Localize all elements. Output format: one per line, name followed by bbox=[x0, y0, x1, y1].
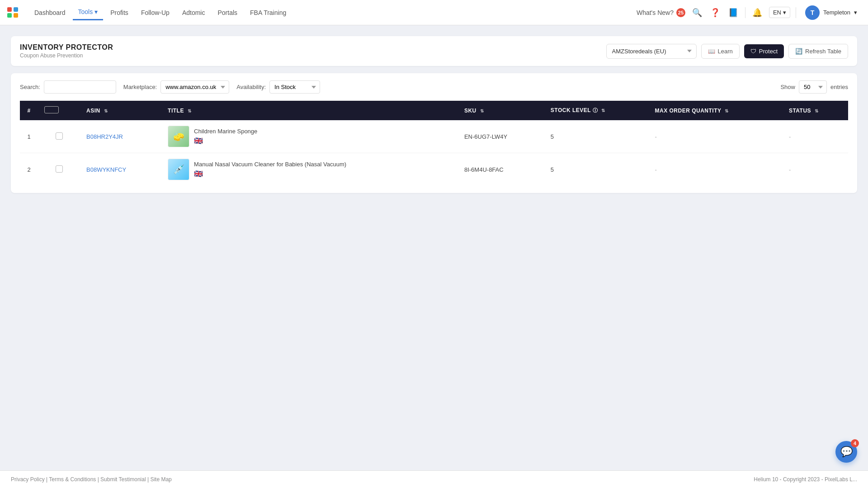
nav-follow-up[interactable]: Follow-Up bbox=[136, 5, 175, 20]
row-status: - bbox=[783, 153, 848, 186]
page-title-group: INVENTORY PROTECTOR Coupon Abuse Prevent… bbox=[20, 43, 113, 59]
sort-asin-icon: ⇅ bbox=[104, 108, 108, 113]
availability-label: Availability: bbox=[236, 84, 266, 90]
row-sku: EN-6UG7-LW4Y bbox=[458, 120, 544, 153]
search-icon[interactable]: 🔍 bbox=[691, 6, 703, 19]
row-asin[interactable]: B08WYKNFCY bbox=[80, 153, 161, 186]
page-subtitle: Coupon Abuse Prevention bbox=[20, 52, 113, 59]
col-status[interactable]: STATUS ⇅ bbox=[783, 101, 848, 120]
product-image: 🧽 bbox=[168, 126, 189, 147]
inventory-table: # ASIN ⇅ TITLE ⇅ SKU ⇅ STOCK LEVEL ⓘ bbox=[20, 101, 848, 186]
select-all-checkbox[interactable] bbox=[44, 106, 59, 113]
refresh-icon: 🔄 bbox=[795, 48, 802, 55]
row-title: 💉 Manual Nasal Vacuum Cleaner for Babies… bbox=[161, 153, 458, 186]
search-label: Search: bbox=[20, 84, 40, 90]
store-selector[interactable]: AMZStoredeals (EU)AMZStoredeals (US)AMZS… bbox=[606, 44, 697, 59]
row-checkbox[interactable] bbox=[56, 165, 63, 173]
bell-icon[interactable]: 🔔 bbox=[751, 6, 764, 19]
table-header-row: # ASIN ⇅ TITLE ⇅ SKU ⇅ STOCK LEVEL ⓘ bbox=[20, 101, 848, 120]
table-section: Search: Marketplace: www.amazon.co.ukwww… bbox=[11, 73, 857, 193]
row-max-order-quantity: - bbox=[649, 153, 783, 186]
row-sku: 8I-6M4U-8FAC bbox=[458, 153, 544, 186]
col-num: # bbox=[20, 101, 38, 120]
nav-dashboard[interactable]: Dashboard bbox=[29, 5, 71, 20]
table-controls-right: Show 102550100 entries bbox=[780, 80, 848, 94]
col-checkbox bbox=[38, 101, 80, 120]
nav-portals[interactable]: Portals bbox=[212, 5, 243, 20]
table-controls: Search: Marketplace: www.amazon.co.ukwww… bbox=[20, 80, 848, 94]
whats-new-badge: 25 bbox=[676, 8, 685, 17]
marketplace-filter: Marketplace: www.amazon.co.ukwww.amazon.… bbox=[123, 80, 229, 94]
product-title: Manual Nasal Vacuum Cleaner for Babies (… bbox=[194, 161, 346, 168]
nav-right: What's New? 25 🔍 ❓ 📘 🔔 EN ▾ T Templeton … bbox=[637, 4, 861, 22]
nav-adtomic[interactable]: Adtomic bbox=[177, 5, 211, 20]
sort-title-icon: ⇅ bbox=[188, 108, 192, 113]
help-icon[interactable]: ❓ bbox=[709, 6, 722, 19]
sort-stock-icon: ⇅ bbox=[601, 108, 605, 113]
nav-divider bbox=[745, 7, 745, 18]
refresh-table-button[interactable]: 🔄 Refresh Table bbox=[788, 44, 848, 59]
col-max-order-quantity[interactable]: MAX ORDER QUANTITY ⇅ bbox=[649, 101, 783, 120]
row-number: 2 bbox=[20, 153, 38, 186]
availability-filter: Availability: In StockOut of StockAll bbox=[236, 80, 320, 94]
row-asin[interactable]: B08HR2Y4JR bbox=[80, 120, 161, 153]
page-actions: AMZStoredeals (EU)AMZStoredeals (US)AMZS… bbox=[606, 44, 848, 59]
chevron-down-icon: ▾ bbox=[94, 8, 98, 15]
row-checkbox[interactable] bbox=[56, 132, 63, 140]
sort-sku-icon: ⇅ bbox=[480, 108, 484, 113]
user-menu[interactable]: T Templeton ▾ bbox=[802, 4, 861, 22]
row-max-order-quantity: - bbox=[649, 120, 783, 153]
search-group: Search: bbox=[20, 80, 116, 94]
entries-label: entries bbox=[830, 84, 848, 90]
marketplace-label: Marketplace: bbox=[123, 84, 157, 90]
language-selector[interactable]: EN ▾ bbox=[769, 7, 790, 18]
nav-items: Dashboard Tools ▾ Profits Follow-Up Adto… bbox=[29, 5, 637, 20]
table-row: 2 B08WYKNFCY 💉 Manual Nasal Vacuum Clean… bbox=[20, 153, 848, 186]
country-flag: 🇬🇧 bbox=[194, 136, 257, 145]
col-stock-level[interactable]: STOCK LEVEL ⓘ ⇅ bbox=[544, 101, 649, 120]
availability-select[interactable]: In StockOut of StockAll bbox=[269, 80, 320, 94]
row-status: - bbox=[783, 120, 848, 153]
country-flag: 🇬🇧 bbox=[194, 169, 346, 178]
row-checkbox-cell bbox=[38, 153, 80, 186]
page-header: INVENTORY PROTECTOR Coupon Abuse Prevent… bbox=[11, 36, 857, 66]
row-title: 🧽 Children Marine Sponge 🇬🇧 bbox=[161, 120, 458, 153]
chevron-down-icon: ▾ bbox=[783, 9, 786, 16]
nav-tools[interactable]: Tools ▾ bbox=[73, 5, 104, 20]
shield-icon: 🛡 bbox=[750, 48, 756, 55]
chevron-down-icon: ▾ bbox=[854, 9, 857, 16]
info-icon: ⓘ bbox=[593, 108, 598, 113]
show-entries-select[interactable]: 102550100 bbox=[799, 80, 827, 94]
top-navigation: Dashboard Tools ▾ Profits Follow-Up Adto… bbox=[0, 0, 868, 25]
row-checkbox-cell bbox=[38, 120, 80, 153]
book-icon: 📖 bbox=[708, 48, 715, 55]
table-controls-left: Search: Marketplace: www.amazon.co.ukwww… bbox=[20, 80, 320, 94]
facebook-icon[interactable]: 📘 bbox=[727, 6, 740, 19]
learn-button[interactable]: 📖 Learn bbox=[701, 44, 740, 59]
product-info: Children Marine Sponge 🇬🇧 bbox=[194, 128, 257, 145]
protect-button[interactable]: 🛡 Protect bbox=[744, 44, 784, 58]
row-number: 1 bbox=[20, 120, 38, 153]
table-row: 1 B08HR2Y4JR 🧽 Children Marine Sponge 🇬🇧 bbox=[20, 120, 848, 153]
col-title[interactable]: TITLE ⇅ bbox=[161, 101, 458, 120]
whats-new-button[interactable]: What's New? 25 bbox=[637, 8, 685, 17]
show-label: Show bbox=[780, 84, 795, 90]
row-stock-level: 5 bbox=[544, 153, 649, 186]
nav-profits[interactable]: Profits bbox=[105, 5, 134, 20]
col-sku[interactable]: SKU ⇅ bbox=[458, 101, 544, 120]
nav-divider-2 bbox=[796, 7, 796, 18]
product-info: Manual Nasal Vacuum Cleaner for Babies (… bbox=[194, 161, 346, 178]
row-stock-level: 5 bbox=[544, 120, 649, 153]
user-avatar: T bbox=[805, 5, 820, 20]
main-content: INVENTORY PROTECTOR Coupon Abuse Prevent… bbox=[0, 25, 868, 204]
product-image: 💉 bbox=[168, 159, 189, 180]
app-logo[interactable] bbox=[7, 7, 18, 18]
marketplace-select[interactable]: www.amazon.co.ukwww.amazon.comwww.amazon… bbox=[160, 80, 229, 94]
search-input[interactable] bbox=[44, 80, 116, 94]
page-title: INVENTORY PROTECTOR bbox=[20, 43, 113, 52]
product-title: Children Marine Sponge bbox=[194, 128, 257, 135]
user-name: Templeton bbox=[823, 9, 850, 16]
nav-fba-training[interactable]: FBA Training bbox=[245, 5, 292, 20]
col-asin[interactable]: ASIN ⇅ bbox=[80, 101, 161, 120]
sort-moq-icon: ⇅ bbox=[725, 108, 729, 113]
